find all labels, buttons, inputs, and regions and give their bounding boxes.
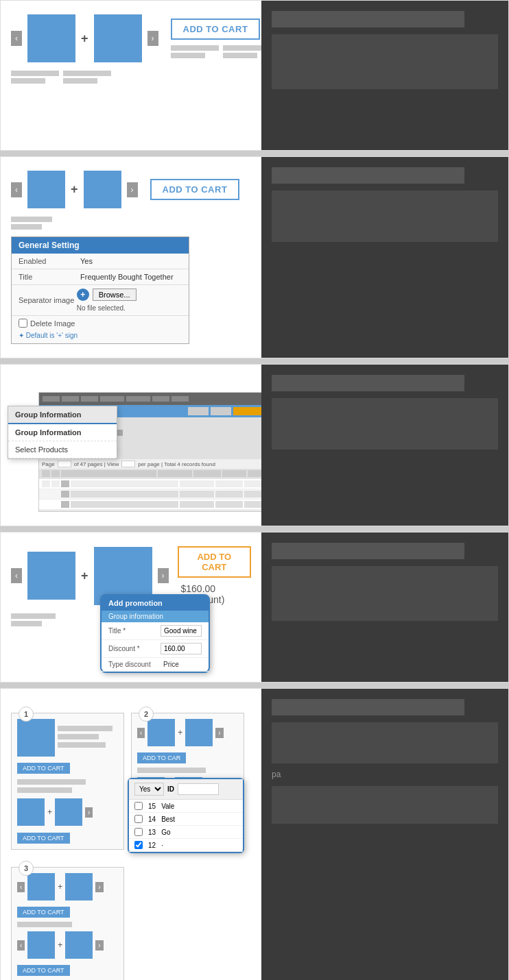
dp-sub-header: Group information <box>102 611 209 622</box>
mini-add-btn-3a[interactable]: ADD TO CART <box>17 907 70 918</box>
right-desc-5b <box>272 786 498 824</box>
add-to-cart-btn-1[interactable]: ADD TO CART <box>171 19 261 40</box>
group-box-3: 3 ‹ + › ADD TO CART ‹ + › ADD TO CA <box>11 867 124 980</box>
right-title-5 <box>272 699 464 715</box>
gs-browse-row: + Browse... No file selected. <box>77 289 182 312</box>
gs-label-separator: Separator image <box>19 296 77 304</box>
id-label-15: Vale <box>161 803 174 810</box>
mini-next-3b[interactable]: › <box>95 940 103 951</box>
gs-label-enabled: Enabled <box>19 257 80 265</box>
mini-bundle-1a <box>17 719 118 757</box>
browse-button[interactable]: Browse... <box>93 289 137 301</box>
id-label-14: Best <box>161 816 175 823</box>
add-to-cart-btn-2[interactable]: ADD TO CART <box>150 179 240 200</box>
mini-prev-3b[interactable]: ‹ <box>17 940 25 951</box>
mini-add-btn-1[interactable]: ADD TO CART <box>17 763 70 774</box>
product-thumb-sm-2 <box>84 171 121 208</box>
mini-thumb-3c <box>27 931 55 959</box>
default-note: ✦ Default is '+' sign <box>12 330 189 343</box>
mini-prev-2[interactable]: ‹ <box>137 728 145 738</box>
product-thumb-2 <box>94 14 142 62</box>
plus-sign-2: + <box>71 182 78 197</box>
next-arrow-1[interactable]: › <box>147 31 158 46</box>
dp-input-discount[interactable] <box>161 643 202 654</box>
group-box-1: 1 ADD TO CART + › <box>11 713 124 850</box>
plus-circle-icon: + <box>77 289 89 301</box>
gs-row-enabled: Enabled Yes <box>12 254 189 269</box>
group-info-popup: Group Information Group Information Sele… <box>8 406 117 459</box>
id-checkbox-13[interactable] <box>134 828 143 836</box>
id-filter-input[interactable] <box>178 783 219 795</box>
magento-nav-bar <box>39 393 271 405</box>
group-number-1: 1 <box>19 707 34 722</box>
id-label-12: · <box>161 842 163 849</box>
gi-popup-header: Group Information <box>8 406 117 424</box>
mini-bundle-1b: + › <box>17 798 118 826</box>
mini-thumb-1c <box>55 798 82 826</box>
prev-arrow-1[interactable]: ‹ <box>11 31 22 46</box>
section-3-left: Group Information Group Information Sele… <box>1 365 261 526</box>
right-desc-3 <box>272 398 498 450</box>
section-1: ‹ + › ADD TO CART <box>0 0 509 151</box>
gs-value-title: Frequently Bought Together <box>80 273 174 281</box>
id-checkbox-14[interactable] <box>134 815 143 823</box>
section-5-right: pa <box>261 689 508 980</box>
bundle-row-2: ‹ + › ADD TO CART <box>11 171 251 208</box>
gs-row-separator: Separator image + Browse... No file sele… <box>12 285 189 316</box>
product-thumb-sm-1 <box>27 171 65 208</box>
id-popup-header: Yes No ID <box>129 779 243 800</box>
dp-row-type: Type discount Price <box>102 658 209 672</box>
mini-add-btn-1b[interactable]: ADD TO CART <box>17 833 70 844</box>
id-number-13: 13 <box>148 829 156 836</box>
add-to-cart-btn-4[interactable]: ADD TO CART <box>178 546 251 578</box>
group-number-3: 3 <box>19 861 34 876</box>
section-1-right <box>261 1 508 150</box>
plus-sign-4: + <box>81 569 88 583</box>
delete-image-row: Delete Image <box>12 316 189 330</box>
prev-arrow-4[interactable]: ‹ <box>11 568 22 583</box>
mini-next-1[interactable]: › <box>85 807 93 818</box>
section-2: ‹ + › ADD TO CART General Setting Enable… <box>0 156 509 358</box>
id-filter-select[interactable]: Yes No <box>134 783 164 796</box>
gi-item-select-products[interactable]: Select Products <box>8 441 117 458</box>
section-3: Group Information Group Information Sele… <box>0 364 509 526</box>
mini-thumb-3d <box>65 931 93 959</box>
section-5: 1 ADD TO CART + › <box>0 688 509 980</box>
mini-thumb-2a <box>147 719 175 746</box>
dp-label-discount: Discount * <box>108 645 161 652</box>
mini-bundle-3b: ‹ + › <box>17 931 118 959</box>
section-5-left: 1 ADD TO CART + › <box>1 689 261 980</box>
right-desc-1 <box>272 34 498 89</box>
next-arrow-4[interactable]: › <box>158 568 169 583</box>
discount-popup: Add promotion Group information Title * … <box>100 594 210 673</box>
id-number-15: 15 <box>148 803 156 810</box>
right-title-3 <box>272 375 464 391</box>
next-arrow-2[interactable]: › <box>127 182 138 197</box>
dp-value-type: Price <box>163 661 179 668</box>
id-column-label: ID <box>167 785 174 793</box>
mini-prev-3[interactable]: ‹ <box>17 882 25 892</box>
mini-next-3[interactable]: › <box>95 882 103 892</box>
plus-sign-1: + <box>81 32 88 46</box>
dp-input-title[interactable] <box>161 625 202 637</box>
mini-thumb-2b <box>185 719 213 746</box>
mini-bundle-2a: ‹ + › <box>137 719 238 746</box>
gs-label-title: Title <box>19 273 80 281</box>
mini-thumb-1b <box>17 798 45 826</box>
product-thumb-4a <box>27 552 75 600</box>
mini-add-btn-3b[interactable]: ADD TO CART <box>17 965 70 976</box>
group-number-2: 2 <box>139 707 154 722</box>
right-title-4 <box>272 543 464 559</box>
id-checkbox-12[interactable] <box>134 841 143 849</box>
gi-item-group-info[interactable]: Group Information <box>8 424 117 441</box>
delete-image-checkbox[interactable] <box>19 319 27 328</box>
prev-arrow-2[interactable]: ‹ <box>11 182 22 197</box>
mini-next-2[interactable]: › <box>215 728 223 738</box>
right-title-2 <box>272 167 464 184</box>
id-checkbox-15[interactable] <box>134 802 143 810</box>
product-thumb-1 <box>27 14 75 62</box>
id-popup-row-12: 12 · <box>129 839 243 852</box>
mini-add-btn-2[interactable]: ADD TO CAR <box>137 752 186 763</box>
id-number-14: 14 <box>148 816 156 823</box>
gs-row-title: Title Frequently Bought Together <box>12 269 189 285</box>
